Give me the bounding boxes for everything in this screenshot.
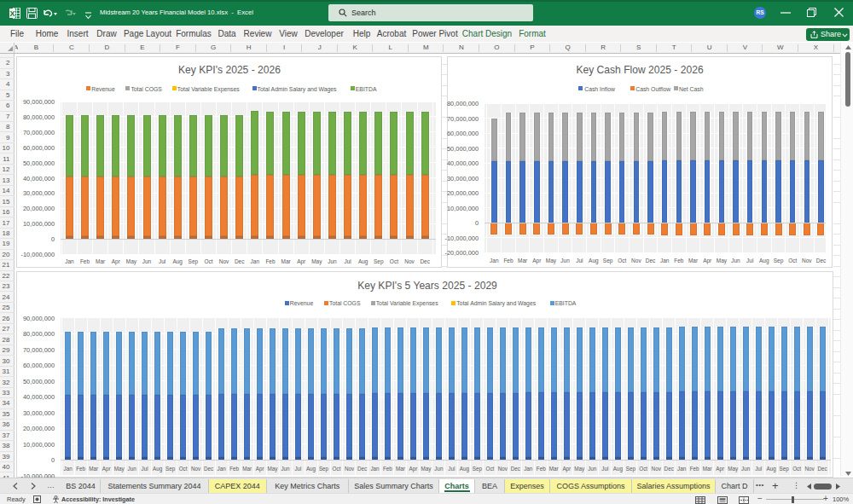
svg-text:X: X [10,9,15,18]
